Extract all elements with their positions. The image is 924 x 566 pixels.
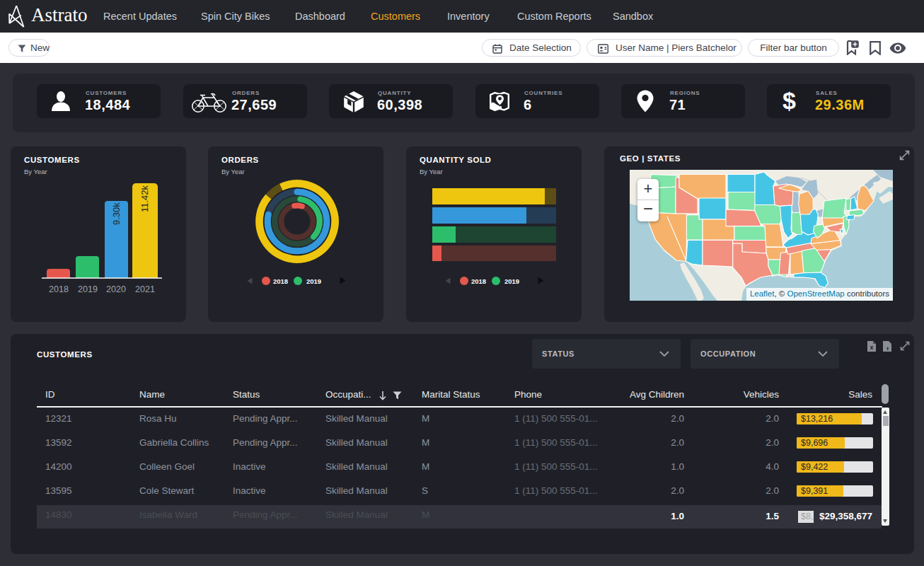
svg-text:2020: 2020 [106,284,126,294]
svg-text:2021: 2021 [135,284,155,294]
svg-text:2018: 2018 [49,284,69,294]
svg-text:x: x [870,344,873,351]
svg-text:9.30k: 9.30k [111,202,122,225]
svg-text:2019: 2019 [78,284,98,294]
svg-text:,: , [887,340,889,351]
svg-text:11.42k: 11.42k [139,185,150,212]
